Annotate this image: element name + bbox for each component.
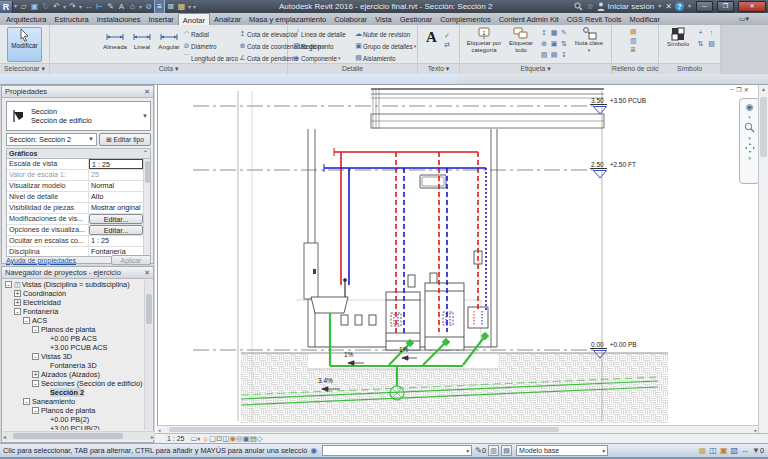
close-icon[interactable]: ✕ — [144, 86, 150, 97]
tag-tool-icon[interactable]: ⊕ — [539, 40, 549, 51]
tree-item[interactable]: - Saneamiento — [3, 397, 147, 406]
tree-item[interactable]: + Electricidad — [3, 298, 147, 307]
sun-path-icon[interactable]: ☼ — [202, 434, 209, 443]
view-restore-icon[interactable]: ❐ — [736, 86, 741, 93]
detail-tool[interactable]: ▨Región▾ — [292, 40, 324, 52]
tree-expand-icon[interactable]: - — [5, 281, 12, 288]
worksets-button-icon[interactable]: ▥ — [488, 445, 499, 456]
symbol-tool-icon[interactable]: ▨ — [706, 40, 717, 51]
tree-expand-icon[interactable] — [41, 416, 48, 423]
cota-tool[interactable]: ◠Radial — [182, 28, 209, 40]
detail-tool[interactable]: ▣Grupo de detalles▾ — [354, 40, 416, 52]
zoom-icon[interactable] — [744, 122, 755, 133]
view-minimize-icon[interactable]: ─ — [730, 86, 734, 93]
project-browser-header[interactable]: Navegador de proyectos - ejercicio final… — [2, 267, 153, 279]
temporary-view-properties-icon[interactable]: ▣ — [243, 434, 250, 443]
ribbon-tab[interactable]: Estructura — [50, 13, 92, 25]
line-icon[interactable]: ✎ — [105, 0, 116, 13]
ribbon-tab[interactable]: Analizar — [210, 13, 245, 25]
tag-tool-icon[interactable]: ↧ — [559, 51, 569, 62]
keynote-button[interactable]: Nota clave ▾ — [570, 27, 608, 53]
pan-icon[interactable] — [745, 143, 755, 153]
type-selector[interactable]: SecciónSección de edificio ▼ — [6, 101, 151, 131]
type-dropdown[interactable]: Sección: Sección 2▼ — [6, 133, 97, 146]
drag-select-icon[interactable]: ↔ — [741, 446, 749, 455]
tree-item[interactable]: - Fontanería — [3, 307, 147, 316]
search-icon[interactable] — [574, 2, 583, 11]
ribbon-tab[interactable]: Complementos — [436, 13, 494, 25]
tree-expand-icon[interactable]: - — [32, 380, 39, 387]
tree-expand-icon[interactable] — [41, 425, 48, 430]
ribbon-tab[interactable]: Colaborar — [330, 13, 371, 25]
ribbon-tab[interactable]: Masa y emplazamiento — [245, 13, 330, 25]
ribbon-tab[interactable]: Anotar — [178, 13, 210, 25]
tree-item[interactable]: - ACS — [3, 316, 147, 325]
properties-header[interactable]: Propiedades✕ — [2, 86, 153, 98]
minimize-button[interactable]: ─ — [696, 1, 713, 12]
symbol-tool-icon[interactable]: ↑ — [706, 29, 717, 40]
exclude-options-icon[interactable]: ▧ — [730, 446, 738, 455]
canvas-hscrollbar[interactable]: ◂▸ — [157, 425, 758, 433]
redo-icon[interactable]: ↷ — [67, 0, 78, 13]
tag-tool-icon[interactable]: ▤ — [549, 51, 559, 62]
tree-expand-icon[interactable]: + — [32, 371, 39, 378]
thin-lines-icon[interactable]: ≡ — [154, 0, 165, 14]
ribbon-tab[interactable]: Vista — [371, 13, 396, 25]
worksets-dropdown[interactable]: ▼ — [322, 445, 472, 456]
find-replace-icon[interactable]: ⇄ — [444, 41, 450, 49]
ribbon-tab[interactable]: Arquitectura — [2, 13, 50, 25]
tag-tool-icon[interactable]: ↥ — [539, 29, 549, 40]
filter-icon[interactable]: ▼ — [752, 446, 760, 455]
switch-windows-icon[interactable]: ▦ — [176, 0, 187, 13]
level-marker[interactable]: 2.50+2.50 FT — [590, 161, 636, 169]
restore-button[interactable]: ❐ — [717, 1, 734, 12]
favorites-star-icon[interactable]: ☆ — [586, 2, 593, 11]
tree-expand-icon[interactable] — [41, 389, 48, 396]
revit-logo[interactable]: R — [0, 1, 13, 13]
tag-tool-icon[interactable]: ▣ — [549, 40, 559, 51]
apply-button[interactable]: Aplicar — [111, 255, 151, 265]
tree-expand-icon[interactable] — [41, 335, 48, 342]
color-fill-legend-icon[interactable]: ≣ — [630, 46, 637, 54]
slope-label[interactable]: 3.4% — [318, 377, 333, 384]
tag-by-category-button[interactable]: 1 Etiquetar por categoría — [463, 27, 505, 53]
undo-icon[interactable]: ↶ — [51, 0, 62, 13]
tree-item[interactable]: - Planos de planta — [3, 325, 147, 334]
properties-scrollbar[interactable] — [143, 159, 150, 256]
section-icon[interactable]: ⊘ — [143, 0, 154, 13]
sign-in-caret-icon[interactable]: ▾ — [657, 0, 662, 13]
tree-item[interactable]: - Planos de planta — [3, 406, 147, 415]
underlay-icon[interactable]: ◫ — [709, 446, 717, 455]
property-value[interactable]: Mostrar original — [89, 203, 143, 213]
panel-label-seleccionar[interactable]: Seleccionar ▾ — [0, 63, 49, 74]
group-header-graficos[interactable]: Gráficos⌃ — [6, 148, 151, 158]
dimension-button[interactable]: Alineada — [102, 27, 128, 62]
tree-expand-icon[interactable]: + — [14, 290, 21, 297]
close-hidden-icon[interactable]: ⊠ — [165, 0, 176, 13]
visual-style-icon[interactable]: ▭ — [191, 434, 198, 443]
links-icon[interactable]: ▦ — [699, 446, 707, 455]
tree-item[interactable]: + Coordinación — [3, 289, 147, 298]
spell-check-icon[interactable]: ✓ — [444, 32, 450, 40]
property-value[interactable]: 25 — [89, 170, 143, 180]
property-value[interactable]: Editar... — [89, 214, 143, 224]
property-value[interactable]: Normal — [89, 181, 143, 191]
tree-expand-icon[interactable]: - — [14, 308, 21, 315]
help-caret-icon[interactable]: ▾ — [687, 0, 692, 13]
chevron-down-icon[interactable]: ▾ — [748, 135, 751, 141]
tree-expand-icon[interactable]: - — [32, 407, 39, 414]
hide-analytical-icon[interactable]: ▤ — [250, 434, 257, 443]
symbol-tool-icon[interactable]: ⇅ — [695, 40, 706, 51]
chevron-down-icon[interactable]: ▾ — [748, 155, 751, 161]
tree-expand-icon[interactable]: + — [14, 299, 21, 306]
tree-expand-icon[interactable]: - — [32, 353, 39, 360]
help-icon[interactable]: ? — [675, 2, 684, 11]
detail-tool[interactable]: ☁Nube de revisión — [354, 28, 411, 40]
tree-expand-icon[interactable]: - — [32, 326, 39, 333]
panel-label-cota[interactable]: Cota ▾ — [50, 63, 287, 74]
chevron-down-icon[interactable]: ▼ — [142, 113, 148, 119]
edit-type-button[interactable]: ⊞ Editar tipo — [99, 133, 151, 146]
symbol-button[interactable]: Símbolo — [663, 27, 693, 48]
ribbon-tab[interactable]: Insertar — [144, 13, 177, 25]
browser-hscrollbar[interactable]: ◂▸ — [3, 431, 154, 440]
